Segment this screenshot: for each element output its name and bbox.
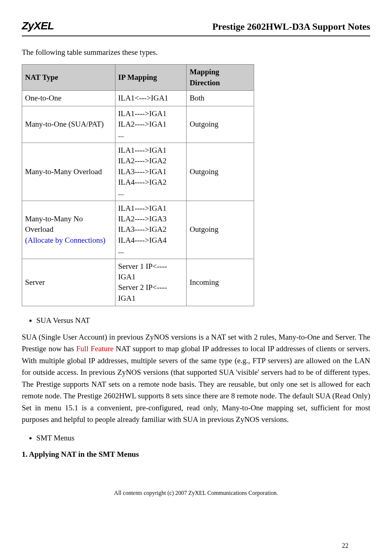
page-number: 22 [342, 541, 348, 550]
cell-ip-mapping: ILA1---->IGA1ILA2---->IGA3ILA3---->IGA2I… [115, 201, 187, 259]
document-title: Prestige 2602HWL-D3A Support Notes [212, 20, 370, 33]
table-row: Many-to-Many No Overload (Allocate by Co… [22, 201, 254, 259]
cell-ip-mapping: ILA1<--->IGA1 [115, 91, 187, 106]
list-item: SUA Versus NAT [36, 315, 370, 326]
cell-nat-type: Many-to-Many No Overload (Allocate by Co… [22, 201, 115, 259]
cell-nat-type: One-to-One [22, 91, 115, 106]
col-header-nat-type: NAT Type [22, 65, 115, 91]
cell-ip-mapping: Server 1 IP<----IGA1Server 2 IP<----IGA1 [115, 259, 187, 306]
table-row: One-to-One ILA1<--->IGA1 Both [22, 91, 254, 106]
intro-text: The following table summarizes these typ… [22, 47, 370, 58]
brand-logo: ZyXEL [22, 18, 54, 33]
nat-types-table: NAT Type IP Mapping Mapping Direction On… [22, 64, 254, 306]
cell-direction: Incoming [187, 259, 254, 306]
cell-direction: Outgoing [187, 201, 254, 259]
bullet-list: SMT Menus [36, 433, 370, 443]
table-row: Server Server 1 IP<----IGA1Server 2 IP<-… [22, 259, 254, 306]
para-text-post: NAT support to map global IP addresses t… [22, 344, 370, 424]
cell-direction: Outgoing [187, 143, 254, 201]
bullet-list: SUA Versus NAT [36, 315, 370, 326]
cell-nat-type: Many-to-One (SUA/PAT) [22, 106, 115, 143]
cell-ip-mapping: ILA1---->IGA1ILA2---->IGA2ILA3---->IGA1I… [115, 143, 187, 201]
cell-direction: Both [187, 91, 254, 106]
col-header-ip-mapping: IP Mapping [115, 65, 187, 91]
table-row: Many-to-One (SUA/PAT) ILA1---->IGA1ILA2-… [22, 106, 254, 143]
table-row: Many-to-Many Overload ILA1---->IGA1ILA2-… [22, 143, 254, 201]
allocate-by-connections-link[interactable]: (Allocate by Connections) [25, 236, 106, 245]
col-header-mapping-direction: Mapping Direction [187, 65, 254, 91]
cell-direction: Outgoing [187, 106, 254, 143]
list-item: SMT Menus [36, 433, 370, 443]
section-heading: 1. Applying NAT in the SMT Menus [22, 449, 370, 460]
cell-nat-type: Server [22, 259, 115, 306]
full-feature-highlight: Full Feature [76, 344, 114, 353]
cell-nat-type: Many-to-Many Overload [22, 143, 115, 201]
body-paragraph: SUA (Single User Account) in previous Zy… [22, 331, 370, 426]
page-footer: All contents copyright (c) 2007 ZyXEL Co… [22, 489, 370, 497]
cell-ip-mapping: ILA1---->IGA1ILA2---->IGA1... [115, 106, 187, 143]
page-header: ZyXEL Prestige 2602HWL-D3A Support Notes [22, 18, 370, 36]
cell-text: Many-to-Many No Overload [25, 214, 83, 234]
